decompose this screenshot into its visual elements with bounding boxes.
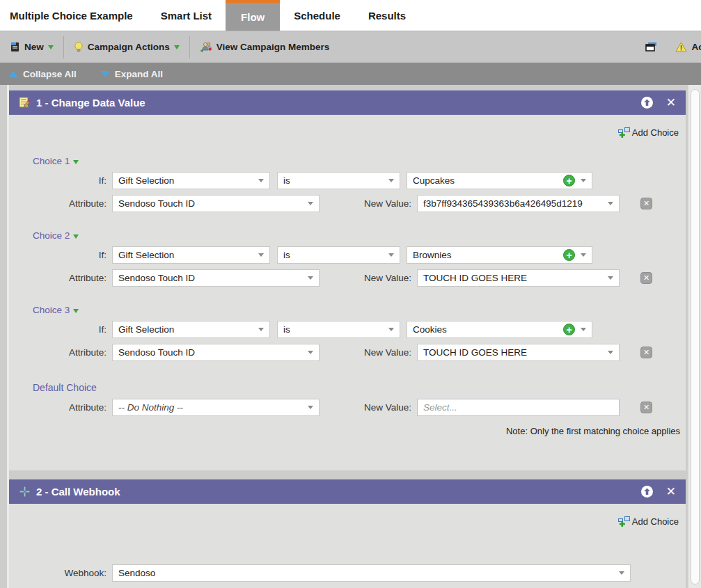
chevron-down-icon: [308, 202, 313, 205]
chevron-down-icon: [388, 328, 394, 331]
new-button[interactable]: New: [0, 31, 63, 63]
choice-3-dropdown-arrow-icon[interactable]: [73, 309, 79, 313]
choice-2-value-select[interactable]: Brownies+: [407, 246, 592, 264]
choice-1-operator-select[interactable]: is: [277, 172, 400, 189]
tab-multiple-choice-example[interactable]: Multiple Choice Example: [0, 0, 147, 31]
chevron-down-icon: [581, 253, 586, 257]
tab-results[interactable]: Results: [354, 0, 420, 31]
view-campaign-members-button[interactable]: View Campaign Members: [190, 31, 340, 63]
add-value-icon[interactable]: +: [563, 324, 575, 335]
activity-label: Acti: [691, 42, 701, 52]
campaign-actions-dropdown-arrow-icon[interactable]: [174, 45, 180, 49]
flow-step-1-title: 1 - Change Data Value: [36, 97, 628, 109]
add-value-icon[interactable]: +: [563, 249, 575, 261]
attribute-label: Attribute:: [9, 273, 112, 283]
attribute-label: Attribute:: [9, 347, 112, 358]
scrollbar-thumb[interactable]: [691, 89, 700, 585]
choice-3-value-select[interactable]: Cookies+: [407, 321, 592, 338]
choice-3-new-value-select[interactable]: TOUCH ID GOES HERE: [417, 344, 620, 361]
webhook-row: Webhook: Sendoso: [9, 564, 686, 582]
choice-1-attribute-select[interactable]: Gift Selection: [112, 172, 270, 189]
add-choice-label: Add Choice: [632, 516, 679, 527]
call-webhook-icon: [19, 486, 31, 498]
choice-1-header[interactable]: Choice 1: [33, 156, 686, 166]
webhook-select[interactable]: Sendoso: [112, 564, 631, 582]
chevron-down-icon: [608, 351, 613, 354]
chevron-down-icon: [388, 253, 394, 257]
chevron-down-icon: [608, 202, 613, 205]
chevron-down-icon: [308, 406, 313, 409]
new-value-label: New Value:: [320, 198, 417, 209]
choice-2-dropdown-arrow-icon[interactable]: [73, 235, 79, 239]
choice-3-operator-select[interactable]: is: [277, 321, 400, 338]
chevron-down-icon: [308, 276, 313, 280]
warning-triangle-icon: [675, 42, 687, 52]
tab-smart-list[interactable]: Smart List: [147, 0, 226, 31]
choice-2-header[interactable]: Choice 2: [33, 230, 686, 241]
campaign-actions-button[interactable]: Campaign Actions: [64, 31, 189, 63]
window-restore-icon[interactable]: [645, 42, 657, 52]
choice-3-attribute-select[interactable]: Gift Selection: [112, 321, 270, 338]
choice-3-change-attribute-select[interactable]: Sendoso Touch ID: [112, 344, 320, 361]
add-choice-button[interactable]: Add Choice: [618, 127, 679, 138]
add-choice-button[interactable]: Add Choice: [618, 516, 679, 527]
flow-step-2-header[interactable]: 2 - Call Webhook ✕: [9, 479, 686, 504]
expand-all-button[interactable]: Expand All: [100, 69, 163, 79]
expand-triangle-icon: [100, 71, 110, 77]
delete-choice-3-button[interactable]: ✕: [640, 347, 652, 358]
choice-2-operator-select[interactable]: is: [277, 246, 400, 264]
tab-schedule[interactable]: Schedule: [280, 0, 354, 31]
flow-step-1-header[interactable]: 1 - Change Data Value ✕: [9, 90, 686, 115]
delete-choice-2-button[interactable]: ✕: [640, 272, 652, 284]
choice-1-new-value-select[interactable]: f3b7ff934365439363b6a426495d1219: [417, 195, 620, 212]
choice-2-new-value-select[interactable]: TOUCH ID GOES HERE: [417, 269, 620, 287]
view-campaign-members-label: View Campaign Members: [216, 42, 330, 52]
flow-step-2-body: Add Choice Webhook: Sendoso: [9, 504, 686, 588]
choice-2-attribute-select[interactable]: Gift Selection: [112, 246, 270, 264]
chevron-down-icon: [581, 328, 586, 331]
change-data-value-icon: [19, 97, 31, 109]
delete-step-button[interactable]: ✕: [666, 95, 676, 110]
choice-3-label: Choice 3: [33, 305, 70, 315]
if-label: If:: [9, 175, 112, 186]
flow-step-1-body: Add Choice Choice 1 If: Gift Selection i…: [9, 115, 686, 470]
delete-choice-1-button[interactable]: ✕: [640, 198, 652, 209]
chevron-down-icon: [608, 276, 613, 280]
collapse-all-button[interactable]: Collapse All: [8, 69, 77, 79]
attribute-label: Attribute:: [9, 402, 112, 413]
default-attribute-select[interactable]: -- Do Nothing --: [112, 399, 320, 416]
tab-bar: Multiple Choice Example Smart List Flow …: [0, 0, 701, 31]
delete-step-button[interactable]: ✕: [666, 484, 676, 499]
flow-step-1-panel: 1 - Change Data Value ✕ Add Choice Choic…: [9, 90, 686, 470]
tab-flow[interactable]: Flow: [226, 0, 280, 31]
choice-1-label: Choice 1: [33, 156, 70, 166]
campaign-actions-label: Campaign Actions: [88, 42, 170, 52]
move-step-up-button[interactable]: [640, 485, 654, 498]
collapse-expand-bar: Collapse All Expand All: [0, 63, 701, 85]
choice-1-if-row: If: Gift Selection is Cupcakes+: [9, 172, 686, 189]
lightbulb-icon: [74, 42, 84, 53]
new-document-icon: [10, 42, 20, 52]
choice-2-if-row: If: Gift Selection is Brownies+: [9, 246, 686, 264]
add-value-icon[interactable]: +: [563, 175, 575, 186]
vertical-scrollbar[interactable]: [688, 85, 701, 588]
move-step-up-button[interactable]: [640, 96, 654, 109]
if-label: If:: [9, 324, 112, 335]
new-button-label: New: [24, 42, 44, 52]
choice-1-action-row: Attribute: Sendoso Touch ID New Value: f…: [9, 195, 686, 212]
attribute-label: Attribute:: [9, 198, 112, 209]
chevron-down-icon: [258, 179, 264, 182]
choice-3-header[interactable]: Choice 3: [33, 305, 686, 315]
flow-canvas: 1 - Change Data Value ✕ Add Choice Choic…: [0, 85, 701, 588]
choice-1-change-attribute-select[interactable]: Sendoso Touch ID: [112, 195, 320, 212]
new-dropdown-arrow-icon[interactable]: [48, 45, 54, 49]
choice-1-dropdown-arrow-icon[interactable]: [73, 160, 79, 164]
default-new-value-input[interactable]: [417, 399, 620, 416]
choice-2-change-attribute-select[interactable]: Sendoso Touch ID: [112, 269, 320, 287]
chevron-down-icon: [258, 328, 264, 331]
choice-1-value-select[interactable]: Cupcakes+: [407, 172, 592, 189]
webhook-label: Webhook:: [9, 568, 112, 578]
chevron-down-icon: [581, 179, 586, 182]
activity-warning-button[interactable]: Acti: [675, 31, 701, 63]
delete-default-choice-button[interactable]: ✕: [640, 402, 652, 413]
